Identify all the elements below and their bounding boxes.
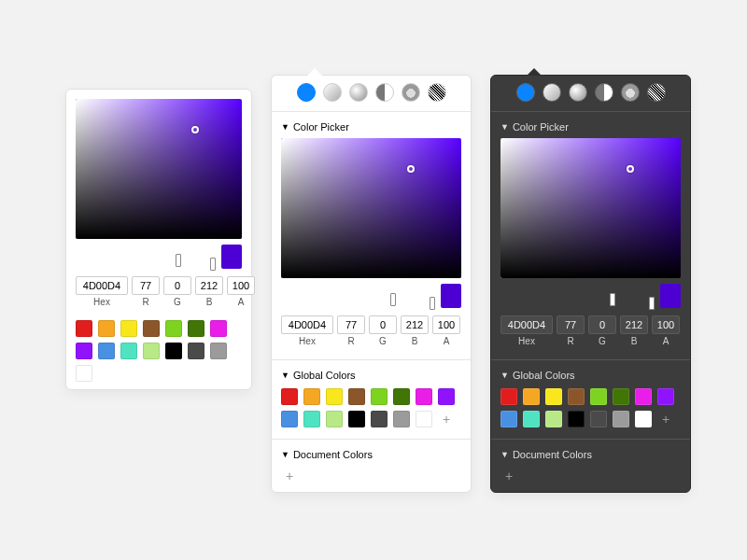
swatch[interactable] <box>326 411 343 427</box>
swatch[interactable] <box>635 411 652 427</box>
swatch[interactable] <box>76 343 92 359</box>
swatch[interactable] <box>188 320 204 337</box>
linear-fill-tab[interactable] <box>543 83 561 102</box>
a-input[interactable] <box>652 315 680 334</box>
disclosure-triangle-icon: ▼ <box>500 371 509 380</box>
swatch[interactable] <box>545 388 562 405</box>
section-global-colors[interactable]: ▼ Global Colors <box>491 364 690 385</box>
swatch[interactable] <box>303 388 320 405</box>
swatch[interactable] <box>120 320 137 337</box>
swatch[interactable] <box>393 388 410 405</box>
hue-thumb[interactable] <box>610 293 615 306</box>
a-input[interactable] <box>227 276 255 295</box>
section-document-colors[interactable]: ▼ Document Colors <box>491 443 690 464</box>
add-swatch-button[interactable]: + <box>438 411 455 427</box>
angular-fill-tab[interactable] <box>595 83 613 102</box>
swatch[interactable] <box>348 388 365 405</box>
alpha-thumb[interactable] <box>210 258 216 271</box>
b-label: B <box>412 336 418 346</box>
solid-fill-tab[interactable] <box>297 83 316 102</box>
swatch[interactable] <box>590 388 607 405</box>
sv-field[interactable] <box>76 99 242 239</box>
swatch[interactable] <box>188 343 204 359</box>
g-input[interactable] <box>163 276 191 295</box>
radial-fill-tab[interactable] <box>349 83 368 102</box>
swatch[interactable] <box>657 388 674 405</box>
noise-fill-tab[interactable] <box>647 83 666 102</box>
g-input[interactable] <box>369 315 397 334</box>
swatch[interactable] <box>143 320 160 337</box>
noise-fill-tab[interactable] <box>428 83 446 102</box>
section-color-picker[interactable]: ▼ Color Picker <box>272 116 471 136</box>
sv-handle[interactable] <box>191 126 199 133</box>
hex-input[interactable] <box>500 315 553 334</box>
swatch[interactable] <box>613 388 629 405</box>
swatch[interactable] <box>545 411 562 427</box>
swatch[interactable] <box>523 411 540 427</box>
hue-thumb[interactable] <box>390 293 396 306</box>
swatch[interactable] <box>303 411 320 427</box>
disclosure-triangle-icon: ▼ <box>281 122 289 132</box>
b-input[interactable] <box>401 315 429 334</box>
swatch[interactable] <box>76 320 92 337</box>
sv-handle[interactable] <box>407 165 415 173</box>
hex-input[interactable] <box>281 315 333 334</box>
swatch[interactable] <box>326 388 343 405</box>
swatch[interactable] <box>568 388 585 405</box>
swatch[interactable] <box>523 388 540 405</box>
swatches-document: + <box>272 464 471 492</box>
hex-input[interactable] <box>76 276 128 295</box>
swatch[interactable] <box>76 365 92 382</box>
image-fill-tab[interactable] <box>621 83 640 102</box>
swatch[interactable] <box>165 320 182 337</box>
swatch[interactable] <box>371 411 388 427</box>
section-document-colors[interactable]: ▼ Document Colors <box>272 443 471 464</box>
swatch[interactable] <box>143 343 160 359</box>
swatch[interactable] <box>281 388 298 405</box>
r-input[interactable] <box>132 276 160 295</box>
swatch[interactable] <box>613 411 629 427</box>
add-swatch-button[interactable]: + <box>281 468 298 484</box>
swatch[interactable] <box>165 343 182 359</box>
swatch[interactable] <box>210 320 227 337</box>
sv-field[interactable] <box>281 138 461 278</box>
a-label: A <box>238 297 245 307</box>
sv-field[interactable] <box>500 138 681 278</box>
linear-fill-tab[interactable] <box>323 83 342 102</box>
preview-swatch <box>660 284 681 308</box>
swatch[interactable] <box>590 411 607 427</box>
swatch[interactable] <box>500 388 517 405</box>
swatch[interactable] <box>438 388 455 405</box>
hue-thumb[interactable] <box>176 254 181 267</box>
a-input[interactable] <box>432 315 460 334</box>
swatch[interactable] <box>416 388 432 405</box>
swatch[interactable] <box>635 388 652 405</box>
swatch[interactable] <box>120 343 137 359</box>
swatch[interactable] <box>393 411 410 427</box>
swatch[interactable] <box>281 411 298 427</box>
swatch[interactable] <box>568 411 585 427</box>
swatch[interactable] <box>98 320 115 337</box>
swatch[interactable] <box>210 343 227 359</box>
g-input[interactable] <box>588 315 616 334</box>
alpha-thumb[interactable] <box>649 297 655 310</box>
radial-fill-tab[interactable] <box>569 83 587 102</box>
add-swatch-button[interactable]: + <box>500 468 517 484</box>
swatch[interactable] <box>500 411 517 427</box>
solid-fill-tab[interactable] <box>516 83 535 102</box>
image-fill-tab[interactable] <box>402 83 420 102</box>
r-input[interactable] <box>337 315 365 334</box>
swatch[interactable] <box>98 343 115 359</box>
b-input[interactable] <box>195 276 223 295</box>
angular-fill-tab[interactable] <box>375 83 394 102</box>
b-input[interactable] <box>620 315 648 334</box>
section-global-colors[interactable]: ▼ Global Colors <box>272 364 471 385</box>
section-color-picker[interactable]: ▼ Color Picker <box>491 116 690 136</box>
alpha-thumb[interactable] <box>430 297 435 310</box>
swatch[interactable] <box>371 388 388 405</box>
swatch[interactable] <box>348 411 365 427</box>
add-swatch-button[interactable]: + <box>657 411 674 427</box>
r-input[interactable] <box>557 315 585 334</box>
swatch[interactable] <box>416 411 432 427</box>
sv-handle[interactable] <box>627 165 634 173</box>
